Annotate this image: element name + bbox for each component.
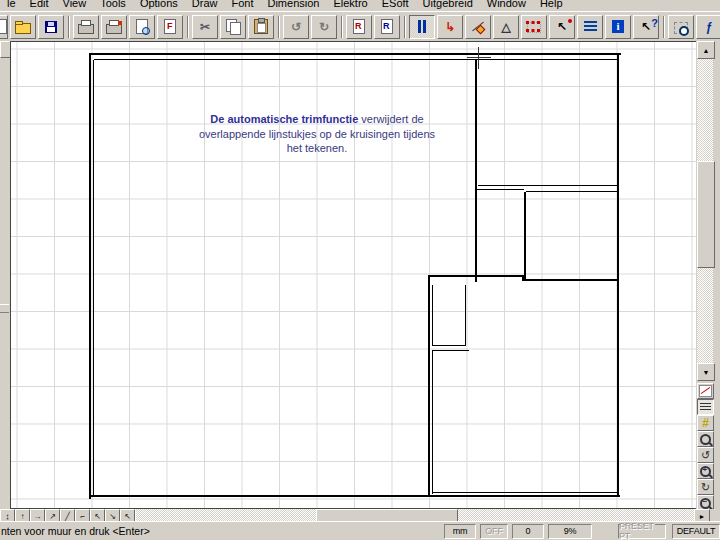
main-area: De automatische trimfunctie verwijdert d… — [0, 41, 720, 509]
menu-tools[interactable]: Tools — [93, 0, 133, 9]
status-field-units: mm — [444, 524, 476, 539]
menu-edit[interactable]: Edit — [23, 0, 56, 9]
tip-rest: verwijdert de — [358, 113, 423, 125]
dir-slash-icon: ╱ — [65, 513, 70, 521]
doc-r-red-button[interactable] — [346, 15, 372, 39]
menu-le[interactable]: le — [0, 0, 23, 9]
wall-segment — [465, 285, 466, 346]
menu-window[interactable]: Window — [480, 0, 533, 9]
deselect-tool[interactable] — [697, 383, 714, 399]
status-field-preset: PRESET PT — [618, 524, 666, 539]
menu-dimension[interactable]: Dimension — [260, 0, 326, 9]
toolbar-separator — [65, 15, 72, 39]
new-button[interactable] — [0, 15, 8, 39]
layer-list-tool[interactable] — [697, 399, 714, 415]
right-column: ▲ ▼ #↺↻ — [696, 41, 720, 509]
wall-segment — [432, 351, 433, 494]
rotate-left-tool[interactable]: ↺ — [697, 447, 714, 463]
page-zoom-button[interactable] — [129, 15, 155, 39]
pick-point-button[interactable]: ↖ — [549, 15, 575, 39]
status-field-ortho: OFF — [480, 524, 508, 539]
paste-button[interactable] — [248, 15, 274, 39]
f-pencil-icon: ƒ — [706, 21, 713, 33]
layers-button[interactable] — [577, 15, 603, 39]
toolbar-separator — [184, 15, 191, 39]
open-button[interactable] — [10, 15, 36, 39]
app-window: leEditViewToolsOptionsDrawFontDimensionE… — [0, 0, 720, 540]
menu-items: leEditViewToolsOptionsDrawFontDimensionE… — [0, 0, 720, 9]
menu-uitgebreid[interactable]: Uitgebreid — [416, 0, 480, 9]
grid-toggle-tool[interactable]: # — [697, 415, 714, 431]
wall-segment — [428, 275, 522, 277]
toolbar-separator — [338, 15, 345, 39]
menu-view[interactable]: View — [56, 0, 94, 9]
zoom-window-button[interactable] — [668, 15, 694, 39]
menu-draw[interactable]: Draw — [185, 0, 225, 9]
pointer-dot-icon: ↖ — [557, 20, 567, 34]
doc-r-blue-button[interactable] — [374, 15, 400, 39]
wall-segment — [89, 55, 91, 499]
function-edit-button[interactable]: ƒ — [696, 15, 720, 39]
info-icon — [612, 20, 624, 33]
scroll-down-button[interactable]: ▼ — [697, 363, 715, 381]
grid-icon: # — [702, 416, 709, 430]
selection-handles-button[interactable] — [521, 15, 547, 39]
cut-button[interactable]: ✂ — [192, 15, 218, 39]
dir-angle-icon: ⌐ — [80, 513, 85, 521]
page-magnifier-icon — [136, 19, 148, 34]
polygon-button[interactable]: △ — [493, 15, 519, 39]
menu-elektro[interactable]: Elektro — [326, 0, 374, 9]
page-f-icon — [164, 19, 176, 34]
magnifier-minus-icon — [700, 498, 711, 509]
open-folder-icon — [15, 23, 31, 34]
rotate-right-tool[interactable]: ↻ — [697, 479, 714, 495]
vertical-scrollbar[interactable]: ▲ ▼ — [697, 41, 713, 381]
wall-segment — [478, 185, 617, 186]
help-pointer-icon: ↖ — [641, 20, 651, 34]
menu-help[interactable]: Help — [533, 0, 570, 9]
menu-options[interactable]: Options — [133, 0, 185, 9]
status-field-zoom-level: 9% — [548, 524, 592, 539]
dir-upleft-icon: ↖ — [94, 513, 101, 521]
scroll-up-button[interactable]: ▲ — [697, 41, 715, 59]
menu-esoft[interactable]: ESoft — [375, 0, 416, 9]
copy-button[interactable] — [220, 15, 246, 39]
left-strip-splitter[interactable] — [0, 304, 9, 313]
wall-segment — [522, 275, 524, 281]
page-f-button[interactable] — [157, 15, 183, 39]
draw-line-button[interactable] — [465, 15, 491, 39]
wall-segment — [432, 285, 433, 346]
drawing-canvas[interactable]: De automatische trimfunctie verwijdert d… — [10, 41, 698, 509]
magnifier-plus-icon — [700, 466, 711, 477]
document-r-blue-icon — [381, 19, 393, 34]
menu-bar: leEditViewToolsOptionsDrawFontDimensionE… — [0, 0, 720, 10]
crosshair-cursor — [478, 47, 479, 69]
redo-icon: ↻ — [319, 21, 329, 33]
zoom-select-tool[interactable] — [697, 431, 714, 447]
dir-upright-icon: ↗ — [49, 513, 56, 521]
parallel-walls-button[interactable] — [409, 15, 435, 39]
save-button[interactable] — [38, 15, 64, 39]
menu-font[interactable]: Font — [224, 0, 260, 9]
dir-up-icon: ↑ — [21, 513, 25, 521]
dir-downright-icon: ↘ — [109, 513, 116, 521]
print-preview-button[interactable] — [101, 15, 127, 39]
context-help-button[interactable]: ↖ — [633, 15, 659, 39]
wall-segment — [94, 59, 617, 60]
print-button[interactable] — [73, 15, 99, 39]
direction-button[interactable]: ↳ — [437, 15, 463, 39]
redo-button[interactable]: ↻ — [311, 15, 337, 39]
info-button[interactable] — [605, 15, 631, 39]
crosshair-cursor — [467, 57, 491, 58]
tip-bold: De automatische trimfunctie — [210, 113, 358, 125]
wall-segment — [475, 60, 477, 282]
arc-left-icon: ↺ — [701, 449, 710, 462]
vertical-scrollbar-thumb[interactable] — [697, 161, 715, 268]
wall-segment — [526, 191, 617, 192]
tip-line-3: het tekenen. — [157, 141, 477, 156]
zoom-window-icon — [674, 22, 688, 34]
paste-clipboard-icon — [254, 19, 268, 34]
magnifier-icon — [700, 434, 711, 445]
undo-button[interactable]: ↺ — [283, 15, 309, 39]
zoom-in-tool[interactable] — [697, 463, 714, 479]
